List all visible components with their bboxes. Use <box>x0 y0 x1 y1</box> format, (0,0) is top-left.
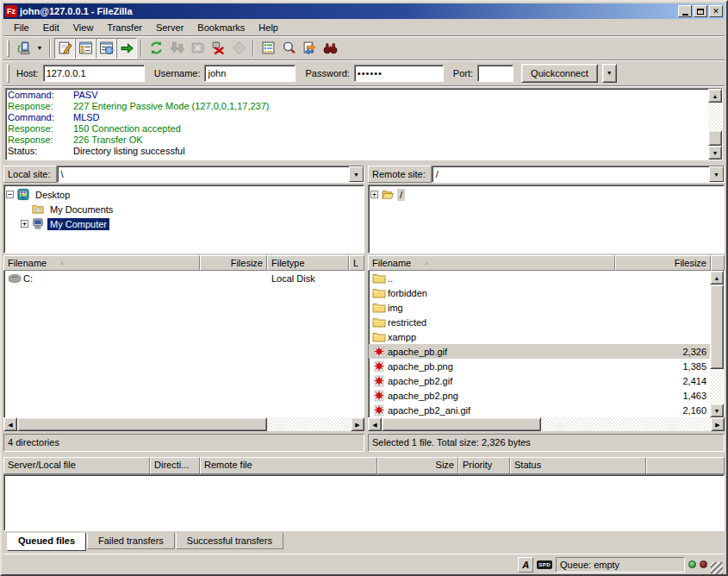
tree-row-my-computer[interactable]: + My Computer <box>21 216 364 231</box>
scroll-left-button[interactable]: ◀ <box>3 417 17 431</box>
titlebar[interactable]: Fz john@127.0.0.1 - FileZilla ✕ <box>3 3 725 19</box>
username-input[interactable] <box>204 65 296 82</box>
remote-file-row[interactable]: img <box>369 300 710 315</box>
expand-icon[interactable]: + <box>370 191 378 198</box>
remote-site-combo[interactable]: / ▼ <box>432 166 725 183</box>
menu-transfer[interactable]: Transfer <box>100 21 149 34</box>
column-header-filesize[interactable]: Filesize <box>200 255 267 271</box>
refresh-button[interactable] <box>146 38 166 59</box>
remote-site-value[interactable]: / <box>432 166 709 182</box>
directory-comparison-button[interactable] <box>278 38 299 59</box>
column-header-filesize[interactable]: Filesize <box>615 255 711 271</box>
local-site-dropdown[interactable]: ▼ <box>349 166 364 182</box>
site-manager-dropdown[interactable]: ▼ <box>34 38 46 59</box>
tree-row-my-documents[interactable]: + My Documents <box>21 202 364 216</box>
image-file-icon <box>372 390 386 402</box>
remote-file-row[interactable]: apache_pb2_ani.gif 2,160 <box>369 403 710 417</box>
remote-file-row[interactable]: apache_pb2.gif 2,414 <box>369 373 710 388</box>
scroll-left-button[interactable]: ◀ <box>368 417 382 431</box>
remote-horizontal-scrollbar[interactable]: ◀ ▶ <box>368 417 725 431</box>
remote-file-row[interactable]: apache_pb2.png 1,463 <box>369 388 710 403</box>
toggle-transfer-queue-button[interactable] <box>116 38 137 59</box>
tree-label-root[interactable]: / <box>397 189 405 201</box>
quickconnect-dropdown[interactable]: ▼ <box>602 64 617 83</box>
column-header-status[interactable]: Status <box>510 457 646 474</box>
scrollbar-thumb[interactable] <box>710 285 724 369</box>
desktop-icon <box>16 188 30 201</box>
reconnect-button[interactable] <box>228 38 249 59</box>
menu-bookmarks[interactable]: Bookmarks <box>190 21 252 34</box>
synchronized-browsing-button[interactable] <box>299 38 320 59</box>
cancel-operation-button[interactable] <box>187 38 208 59</box>
menu-view[interactable]: View <box>66 21 101 34</box>
tree-label-my-documents[interactable]: My Documents <box>47 203 115 216</box>
tab-queued-files[interactable]: Queued files <box>7 533 86 551</box>
toolbar-separator <box>252 40 254 57</box>
directory-filters-button[interactable] <box>258 38 278 59</box>
menu-server[interactable]: Server <box>149 21 190 34</box>
tab-successful-transfers[interactable]: Successful transfers <box>176 533 283 549</box>
local-horizontal-scrollbar[interactable]: ◀ ▶ <box>3 417 364 431</box>
remote-file-row[interactable]: restricted <box>369 315 710 329</box>
quickconnect-grip[interactable] <box>7 64 9 83</box>
speed-limit-indicator[interactable]: SPD <box>537 560 552 569</box>
column-header-priority[interactable]: Priority <box>458 457 510 474</box>
column-header-last-modified[interactable]: L <box>349 255 364 271</box>
collapse-icon[interactable]: − <box>6 191 14 198</box>
scroll-up-button[interactable]: ▲ <box>708 89 722 103</box>
log-vertical-scrollbar[interactable]: ▲ ▼ <box>708 89 722 160</box>
scroll-right-button[interactable]: ▶ <box>351 417 364 431</box>
expand-icon[interactable]: + <box>21 220 28 228</box>
remote-file-row[interactable]: xampp <box>369 329 710 344</box>
menu-help[interactable]: Help <box>252 21 285 34</box>
maximize-button[interactable] <box>694 5 707 17</box>
password-input[interactable] <box>354 65 444 82</box>
menu-file[interactable]: File <box>7 21 36 34</box>
remote-file-row[interactable]: .. <box>369 271 710 285</box>
resize-grip[interactable] <box>711 562 723 574</box>
toggle-message-log-button[interactable] <box>54 38 75 59</box>
column-header-remote-file[interactable]: Remote file <box>200 457 377 474</box>
close-button[interactable]: ✕ <box>709 5 723 17</box>
tree-label-desktop[interactable]: Desktop <box>33 189 72 201</box>
column-header-server-local-file[interactable]: Server/Local file <box>3 457 150 474</box>
host-input[interactable] <box>43 65 145 82</box>
column-header-filetype[interactable]: Filetype <box>267 255 349 271</box>
column-header-size[interactable]: Size <box>377 457 458 474</box>
local-site-combo[interactable]: \ ▼ <box>57 166 364 183</box>
remote-file-row-selected[interactable]: apache_pb.gif 2,326 <box>369 344 710 359</box>
queue-list[interactable] <box>3 474 725 531</box>
scrollbar-thumb[interactable] <box>17 417 267 431</box>
local-file-row[interactable]: C: Local Disk <box>4 271 364 285</box>
toggle-local-tree-button[interactable] <box>75 38 96 59</box>
column-header-filename[interactable]: Filename▲ <box>368 255 615 271</box>
menu-edit[interactable]: Edit <box>36 21 66 34</box>
column-header-direction[interactable]: Directi... <box>150 457 200 474</box>
quickconnect-button[interactable]: Quickconnect <box>521 64 598 83</box>
scrollbar-thumb[interactable] <box>382 417 541 431</box>
scrollbar-thumb[interactable] <box>708 130 722 146</box>
port-input[interactable] <box>477 65 513 82</box>
scroll-right-button[interactable]: ▶ <box>711 417 725 431</box>
minimize-button[interactable] <box>678 5 692 17</box>
column-header-filename[interactable]: Filename▲ <box>3 255 200 271</box>
local-site-value[interactable]: \ <box>58 166 349 182</box>
process-queue-button[interactable] <box>166 38 187 59</box>
remote-file-row[interactable]: apache_pb.png 1,385 <box>369 359 710 373</box>
scroll-up-button[interactable]: ▲ <box>710 271 724 285</box>
disconnect-button[interactable] <box>208 38 228 59</box>
remote-site-dropdown[interactable]: ▼ <box>709 166 724 182</box>
remote-file-row[interactable]: forbidden <box>369 285 710 300</box>
toggle-remote-tree-button[interactable] <box>96 38 116 59</box>
toolbar-grip[interactable] <box>7 40 9 57</box>
tree-label-my-computer[interactable]: My Computer <box>47 218 109 230</box>
site-manager-button[interactable] <box>13 38 34 59</box>
tab-failed-transfers[interactable]: Failed transfers <box>87 533 175 549</box>
find-files-button[interactable] <box>320 38 340 59</box>
tree-row-desktop[interactable]: − Desktop <box>6 187 364 202</box>
tree-row-root[interactable]: + / <box>370 187 724 202</box>
scroll-down-button[interactable]: ▼ <box>710 404 724 417</box>
remote-vertical-scrollbar[interactable]: ▲ ▼ <box>710 271 724 417</box>
scroll-down-button[interactable]: ▼ <box>708 146 722 160</box>
transfer-type-indicator[interactable]: A <box>518 557 533 573</box>
